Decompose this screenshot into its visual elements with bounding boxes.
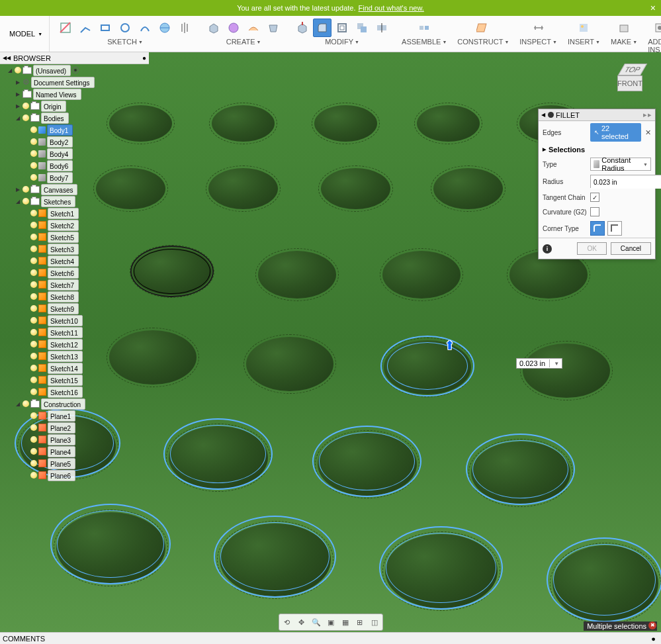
visibility-icon[interactable]: [30, 424, 37, 431]
sketch-node[interactable]: Sketch7: [48, 279, 79, 291]
orbit-icon[interactable]: ⟲: [281, 616, 294, 629]
expand-icon[interactable]: ◢: [15, 401, 21, 407]
corner-rolling-icon[interactable]: [590, 221, 605, 236]
construct-dropdown[interactable]: CONSTRUCT▼: [457, 38, 509, 46]
visibility-icon[interactable]: [30, 138, 37, 145]
selections-header[interactable]: ▶Selections: [539, 144, 655, 156]
visibility-icon[interactable]: [30, 210, 37, 216]
banner-link[interactable]: Find out what's new.: [359, 4, 424, 12]
create-dropdown[interactable]: CREATE▼: [226, 38, 261, 46]
construct-icon[interactable]: [474, 19, 492, 37]
plane-node[interactable]: Plane5: [48, 458, 75, 469]
visibility-icon[interactable]: [30, 436, 37, 443]
browser-collapse-icon[interactable]: ◀◀: [3, 55, 11, 61]
assemble-icon[interactable]: [415, 19, 433, 37]
browser-pin-icon[interactable]: ●: [142, 54, 146, 62]
visibility-icon[interactable]: [30, 389, 37, 395]
sketch-node[interactable]: Sketch13: [48, 351, 83, 362]
plane-node[interactable]: Plane4: [48, 446, 75, 457]
canvases-node[interactable]: Canvases: [41, 184, 77, 195]
named-views-node[interactable]: Named Views: [33, 89, 81, 100]
construction-node[interactable]: Construction: [41, 398, 85, 410]
body-node[interactable]: Body1: [47, 124, 73, 136]
visibility-icon[interactable]: [30, 377, 37, 383]
multi-selection-badge[interactable]: Multiple selections: [584, 621, 657, 631]
visibility-icon[interactable]: [30, 317, 37, 324]
visibility-icon[interactable]: [30, 269, 37, 276]
sweep-icon[interactable]: [244, 19, 263, 37]
expand-icon[interactable]: ▶: [15, 91, 21, 97]
visibility-icon[interactable]: [30, 234, 37, 240]
visibility-icon[interactable]: [22, 186, 29, 193]
pan-icon[interactable]: ✥: [295, 616, 308, 629]
expand-icon[interactable]: ◢: [7, 68, 13, 73]
visibility-icon[interactable]: [15, 67, 21, 73]
comments-label[interactable]: COMMENTS: [3, 635, 45, 643]
visibility-icon[interactable]: [30, 460, 37, 467]
split-icon[interactable]: [373, 19, 391, 37]
modify-dropdown[interactable]: MODIFY▼: [325, 38, 359, 46]
inspect-dropdown[interactable]: INSPECT▼: [519, 38, 557, 46]
visibility-icon[interactable]: [30, 448, 37, 455]
sketch-create-icon[interactable]: [56, 19, 75, 37]
body-node[interactable]: Body6: [47, 160, 73, 171]
visibility-icon[interactable]: [30, 293, 37, 300]
presspull-icon[interactable]: [293, 19, 312, 37]
doc-settings-node[interactable]: Document Settings: [31, 77, 95, 88]
visibility-icon[interactable]: [30, 257, 37, 264]
expand-icon[interactable]: ▶: [15, 187, 21, 193]
visibility-icon[interactable]: [30, 472, 37, 479]
plane-node[interactable]: Plane1: [48, 410, 75, 422]
comments-pin-icon[interactable]: ●: [651, 635, 656, 643]
sketch-node[interactable]: Sketch2: [48, 220, 79, 231]
combine-icon[interactable]: [353, 19, 371, 37]
polygon-icon[interactable]: [155, 19, 174, 37]
visibility-icon[interactable]: [22, 115, 29, 121]
sketch-node[interactable]: Sketch6: [48, 267, 79, 279]
visibility-icon[interactable]: [30, 126, 37, 133]
addins-dropdown[interactable]: ADD-INS▼: [648, 38, 661, 54]
corner-setback-icon[interactable]: [607, 221, 622, 236]
display-icon[interactable]: ▦: [339, 616, 352, 629]
visibility-icon[interactable]: [30, 329, 37, 336]
sketch-node[interactable]: Sketch4: [48, 255, 79, 267]
visibility-icon[interactable]: [30, 305, 37, 312]
visibility-icon[interactable]: [30, 246, 37, 252]
expand-icon[interactable]: ◢: [15, 199, 21, 205]
cancel-button[interactable]: Cancel: [611, 242, 651, 255]
visibility-icon[interactable]: [30, 281, 37, 288]
fillet-icon[interactable]: [313, 19, 331, 37]
revolve-icon[interactable]: [224, 19, 243, 37]
visibility-icon[interactable]: [30, 341, 37, 347]
loft-icon[interactable]: [264, 19, 283, 37]
sketch-node[interactable]: Sketch14: [48, 363, 83, 374]
sketch-node[interactable]: Sketch8: [48, 291, 79, 302]
root-node[interactable]: (Unsaved): [33, 65, 71, 76]
make-dropdown[interactable]: MAKE▼: [611, 38, 637, 46]
activate-icon[interactable]: [72, 67, 79, 73]
make-icon[interactable]: [615, 19, 633, 37]
expand-icon[interactable]: ▸▸: [643, 111, 652, 119]
sketch-node[interactable]: Sketch9: [48, 303, 79, 314]
circle-icon[interactable]: [116, 19, 134, 37]
plane-node[interactable]: Plane3: [48, 434, 75, 445]
visibility-icon[interactable]: [22, 103, 29, 109]
visibility-icon[interactable]: [30, 150, 37, 157]
curvature-checkbox[interactable]: [590, 207, 599, 216]
sketches-node[interactable]: Sketches: [41, 196, 75, 207]
insert-icon[interactable]: [574, 19, 593, 37]
rectangle-icon[interactable]: [96, 19, 114, 37]
radius-input[interactable]: [591, 175, 661, 189]
shell-icon[interactable]: [333, 19, 351, 37]
sketch-node[interactable]: Sketch12: [48, 339, 83, 350]
plane-node[interactable]: Plane6: [48, 470, 75, 481]
assemble-dropdown[interactable]: ASSEMBLE▼: [402, 38, 447, 46]
origin-node[interactable]: Origin: [41, 101, 66, 112]
addins-icon[interactable]: [650, 19, 661, 37]
visibility-icon[interactable]: [30, 353, 37, 359]
dimension-input[interactable]: 0.023 in ▼: [516, 358, 562, 369]
sketch-node[interactable]: Sketch5: [48, 232, 79, 243]
clear-selection-icon[interactable]: ✕: [645, 128, 651, 137]
zoom-icon[interactable]: 🔍: [310, 616, 323, 629]
line-icon[interactable]: [76, 19, 95, 37]
